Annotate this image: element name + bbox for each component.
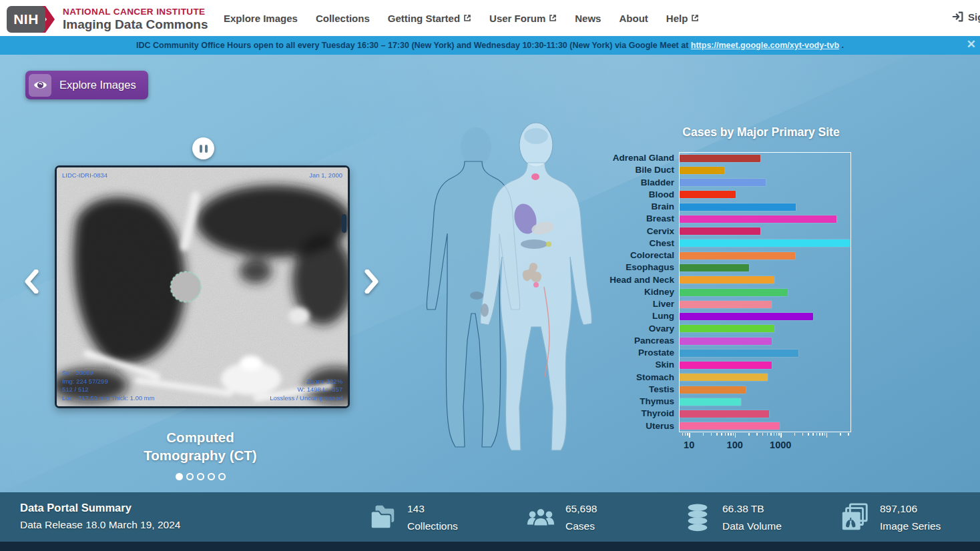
- chart-bar-blood[interactable]: [680, 191, 736, 198]
- chart-bar-thymus[interactable]: [680, 398, 741, 406]
- data-release-info: Data Release 18.0 March 19, 2024: [20, 516, 180, 533]
- chart-bar-thyroid[interactable]: [680, 410, 769, 418]
- body-map-illustration: [421, 120, 607, 474]
- chart-bar-breast[interactable]: [680, 215, 836, 223]
- footer-title: Data Portal Summary: [20, 500, 180, 516]
- ct-study-date: Jan 1, 2000: [309, 171, 342, 180]
- x-axis-tick: [748, 433, 750, 436]
- x-axis-tick: [802, 433, 804, 436]
- x-axis-tick: [725, 433, 726, 436]
- x-axis-tick-label: 100: [720, 440, 750, 450]
- chart-bar-brain[interactable]: [680, 203, 796, 211]
- nih-nci-logo[interactable]: NIH NATIONAL CANCER INSTITUTE Imaging Da…: [7, 5, 208, 34]
- stat-value: 65,698: [565, 500, 597, 518]
- chart-bar-bladder[interactable]: [680, 179, 766, 186]
- carousel-dot-2[interactable]: [186, 473, 194, 480]
- chart-label-kidney: Kidney: [587, 286, 674, 298]
- carousel-pause-button[interactable]: [192, 137, 214, 159]
- x-axis-tick: [733, 433, 734, 436]
- hero-section: Explore Images: [0, 55, 980, 492]
- x-axis-tick: [774, 433, 775, 436]
- external-link-icon: [549, 14, 557, 22]
- x-axis-tick: [767, 433, 768, 436]
- main-nav: Explore ImagesCollectionsGetting Started…: [224, 0, 699, 36]
- x-axis-tick: [716, 433, 718, 436]
- x-axis-tick: [780, 433, 782, 438]
- x-axis-tick: [685, 433, 686, 436]
- nav-item-getting-started[interactable]: Getting Started: [388, 13, 471, 24]
- chart-bar-stomach[interactable]: [680, 374, 768, 381]
- chart-bar-kidney[interactable]: [680, 289, 788, 296]
- banner-meet-link[interactable]: https://meet.google.com/xyt-vody-tvb: [691, 41, 839, 50]
- chart-label-thymus: Thymus: [587, 396, 674, 408]
- chart-label-stomach: Stomach: [587, 372, 674, 384]
- people-icon: [525, 502, 556, 533]
- x-axis-tick-label: 1000: [766, 440, 795, 450]
- viewer-scrollbar-thumb[interactable]: [342, 214, 346, 233]
- nav-item-news[interactable]: News: [575, 13, 601, 24]
- carousel-dot-3[interactable]: [197, 473, 204, 480]
- stat-label: Cases: [565, 518, 597, 535]
- x-axis-tick-label: 10: [674, 440, 704, 450]
- banner-message-tail: .: [839, 41, 844, 50]
- x-axis-tick: [756, 433, 758, 436]
- carousel-dot-4[interactable]: [208, 473, 215, 480]
- chart-bar-pancreas[interactable]: [680, 338, 772, 345]
- idc-portal-page: { "header": { "logo": { "nih": "NIH", "i…: [0, 0, 980, 551]
- carousel-prev-arrow[interactable]: [23, 269, 40, 294]
- x-axis-tick: [808, 433, 809, 436]
- stat-cases: 65,698Cases: [525, 500, 597, 535]
- carousel-dot-1[interactable]: [176, 473, 183, 480]
- institute-name: NATIONAL CANCER INSTITUTE: [63, 7, 208, 17]
- carousel-dot-5[interactable]: [218, 473, 226, 480]
- chart-bar-adrenal-gland[interactable]: [680, 155, 760, 162]
- x-axis-tick: [687, 433, 688, 436]
- chart-bar-bile-duct[interactable]: [680, 167, 724, 174]
- announcement-banner: IDC Community Office Hours open to all e…: [0, 36, 980, 55]
- nav-item-user-forum[interactable]: User Forum: [489, 13, 557, 24]
- chart-label-breast: Breast: [587, 213, 674, 225]
- stat-label: Data Volume: [722, 518, 782, 535]
- chart-label-bile-duct: Bile Duct: [587, 164, 674, 176]
- chart-label-thyroid: Thyroid: [587, 408, 674, 420]
- chart-bar-head-and-neck[interactable]: [680, 276, 774, 284]
- nav-item-explore-images[interactable]: Explore Images: [224, 13, 298, 24]
- stat-value: 897,106: [880, 500, 941, 518]
- chart-bar-colorectal[interactable]: [680, 252, 795, 259]
- chart-bar-skin[interactable]: [680, 362, 772, 369]
- chart-label-esophagus: Esophagus: [587, 261, 674, 273]
- nav-item-collections[interactable]: Collections: [316, 13, 370, 24]
- banner-close-icon[interactable]: ✕: [967, 38, 976, 51]
- caption-line2: Tomography (CT): [100, 446, 300, 464]
- carousel-next-arrow[interactable]: [363, 269, 381, 294]
- chart-bar-lung[interactable]: [680, 313, 813, 320]
- stat-data-volume: 66.38 TBData Volume: [682, 500, 782, 535]
- nav-item-help[interactable]: Help: [666, 13, 700, 24]
- chart-bar-testis[interactable]: [680, 386, 746, 394]
- chart-bar-cervix[interactable]: [680, 227, 760, 235]
- chart-label-adrenal-gland: Adrenal Gland: [587, 152, 674, 164]
- stat-value: 66.38 TB: [722, 500, 782, 518]
- explore-images-button[interactable]: Explore Images: [25, 71, 148, 99]
- chart-label-pancreas: Pancreas: [587, 335, 674, 347]
- ct-view-info: Zoom: 322%W: 1498 L: -357Lossless / Unco…: [270, 378, 342, 403]
- chart-label-testis: Testis: [587, 384, 674, 396]
- chart-bar-esophagus[interactable]: [680, 264, 749, 271]
- nav-item-about[interactable]: About: [619, 13, 648, 24]
- cases-chart: Cases by Major Primary Site Adrenal Glan…: [587, 120, 868, 460]
- chart-bar-ovary[interactable]: [680, 325, 774, 332]
- chart-label-skin: Skin: [587, 359, 674, 371]
- explore-images-label: Explore Images: [59, 79, 136, 91]
- chart-bar-uterus[interactable]: [680, 422, 780, 430]
- chart-bar-chest[interactable]: [680, 239, 850, 247]
- stat-label: Image Series: [880, 518, 941, 535]
- x-axis-tick: [770, 433, 772, 436]
- nih-logo-mark: NIH: [7, 6, 45, 33]
- sign-in-button[interactable]: Sign In: [951, 10, 980, 23]
- stat-value: 143: [407, 500, 458, 518]
- eye-icon: [29, 74, 51, 97]
- x-axis-tick: [812, 433, 814, 436]
- chart-bar-prostate[interactable]: [680, 350, 798, 357]
- x-axis-tick: [819, 433, 820, 436]
- chart-bar-liver[interactable]: [680, 301, 772, 308]
